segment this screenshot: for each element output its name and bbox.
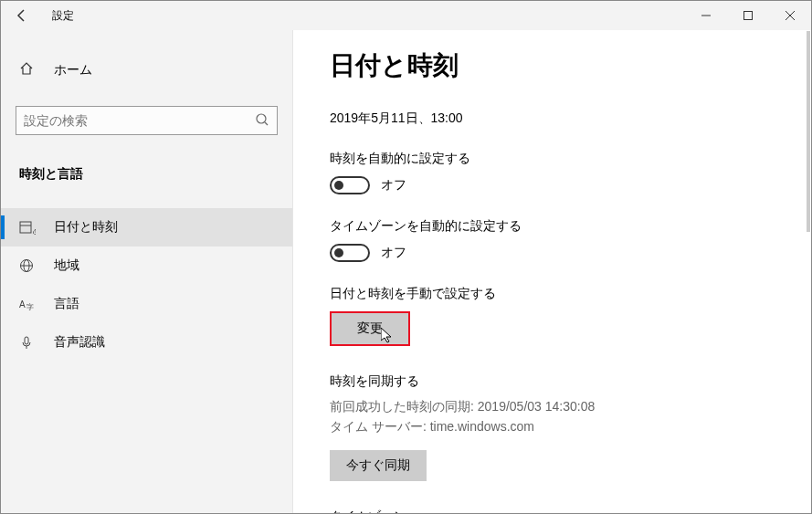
search-input[interactable] [24, 113, 255, 128]
sidebar-item-datetime[interactable]: ⏱ 日付と時刻 [1, 208, 292, 247]
home-label: ホーム [54, 62, 92, 79]
auto-time-state: オフ [381, 177, 406, 194]
home-icon [19, 61, 37, 79]
back-button[interactable] [1, 1, 43, 30]
window-title: 設定 [52, 8, 74, 24]
svg-point-4 [257, 114, 266, 123]
sidebar-item-language[interactable]: A字 言語 [1, 285, 292, 323]
sidebar: ホーム 時刻と言語 ⏱ 日付と時刻 地域 A字 言語 [1, 30, 293, 513]
search-icon [255, 112, 269, 130]
home-nav[interactable]: ホーム [1, 54, 292, 86]
sidebar-item-label: 音声認識 [54, 334, 105, 351]
sync-now-button[interactable]: 今すぐ同期 [330, 450, 427, 481]
sidebar-item-speech[interactable]: 音声認識 [1, 323, 292, 362]
change-button[interactable]: 変更 [330, 311, 410, 346]
title-bar: 設定 [1, 1, 811, 30]
category-header: 時刻と言語 [1, 159, 292, 190]
sidebar-item-region[interactable]: 地域 [1, 247, 292, 285]
svg-text:⏱: ⏱ [32, 228, 36, 236]
svg-text:A: A [19, 299, 26, 309]
auto-time-label: 時刻を自動的に設定する [330, 151, 775, 167]
last-sync-text: 前回成功した時刻の同期: 2019/05/03 14:30:08 [330, 399, 775, 415]
main-content: 日付と時刻 2019年5月11日、13:00 時刻を自動的に設定する オフ タイ… [293, 30, 811, 513]
svg-line-5 [265, 122, 268, 125]
sidebar-item-label: 言語 [54, 296, 79, 312]
svg-rect-6 [20, 222, 31, 233]
globe-icon [19, 258, 37, 273]
language-icon: A字 [19, 297, 37, 311]
timezone-label: タイムゾーン [330, 509, 775, 513]
current-datetime: 2019年5月11日、13:00 [330, 110, 775, 127]
sidebar-item-label: 日付と時刻 [54, 219, 118, 236]
auto-time-toggle[interactable] [330, 176, 370, 194]
sidebar-item-label: 地域 [54, 257, 79, 274]
microphone-icon [19, 335, 37, 350]
scrollbar[interactable] [807, 31, 810, 512]
svg-text:字: 字 [26, 303, 34, 311]
svg-rect-1 [744, 12, 753, 20]
manual-set-label: 日付と時刻を手動で設定する [330, 286, 775, 302]
search-box[interactable] [16, 106, 278, 135]
sync-title: 時刻を同期する [330, 373, 775, 390]
close-button[interactable] [769, 1, 811, 30]
scrollbar-thumb[interactable] [807, 31, 810, 232]
auto-tz-toggle[interactable] [330, 244, 370, 262]
page-title: 日付と時刻 [330, 48, 775, 83]
maximize-button[interactable] [727, 1, 769, 30]
auto-tz-label: タイムゾーンを自動的に設定する [330, 218, 775, 235]
svg-rect-14 [25, 337, 28, 344]
time-server-text: タイム サーバー: time.windows.com [330, 419, 775, 435]
datetime-icon: ⏱ [19, 219, 37, 236]
minimize-button[interactable] [685, 1, 727, 30]
auto-tz-state: オフ [381, 245, 406, 261]
